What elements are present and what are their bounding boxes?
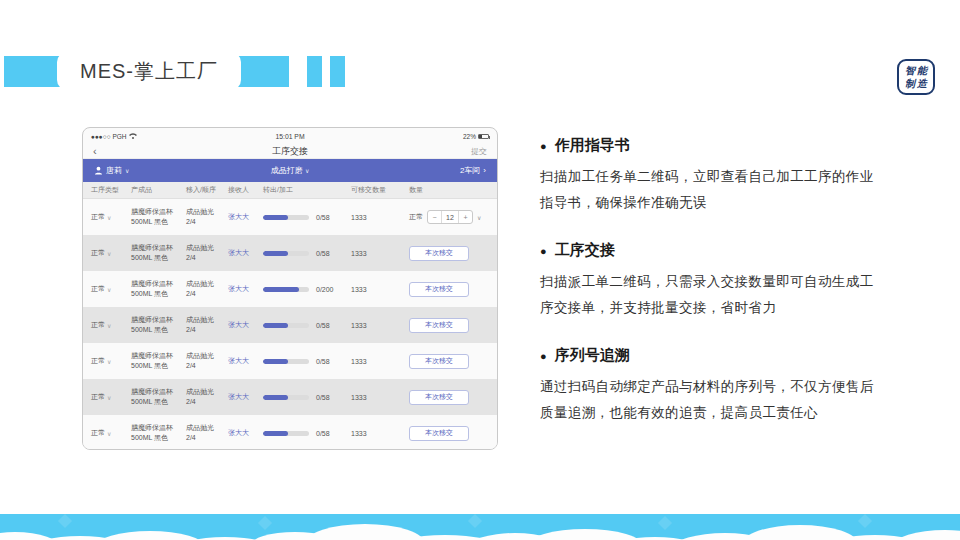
process-sequence: 2/4 [186, 325, 228, 335]
type-label: 正常 [91, 212, 105, 222]
transferable-qty: 1333 [351, 430, 409, 437]
product-spec: 500ML 黑色 [131, 397, 186, 407]
process-name: 成品打磨 [271, 166, 303, 175]
receiver-link[interactable]: 张大大 [228, 428, 263, 438]
transfer-button[interactable]: 本次移交 [409, 390, 469, 405]
receiver-link[interactable]: 张大大 [228, 248, 263, 258]
process-selector[interactable]: 成品打磨 ∨ [83, 165, 497, 176]
transfer-button[interactable]: 本次移交 [409, 246, 469, 261]
transfer-button[interactable]: 本次移交 [409, 282, 469, 297]
receiver-link[interactable]: 张大大 [228, 356, 263, 366]
type-selector[interactable]: 正常∨ [91, 392, 131, 402]
product-spec: 500ML 黑色 [131, 253, 186, 263]
quantity-stepper[interactable]: −12+ [427, 210, 473, 224]
section-heading-text: 工序交接 [555, 241, 615, 260]
process-cell: 成品抛光2/4 [186, 423, 228, 443]
quantity-cell: 本次移交 [409, 390, 497, 405]
transfer-button[interactable]: 本次移交 [409, 318, 469, 333]
progress-cell: 0/58 [263, 430, 351, 437]
product-spec: 500ML 黑色 [131, 325, 186, 335]
clouds-footer [0, 510, 960, 540]
user-selector[interactable]: 唐莉 ∨ [94, 165, 129, 176]
stamp-line2: 制造 [899, 77, 933, 90]
workshop-name: 2车间 [460, 165, 480, 176]
receiver-link[interactable]: 张大大 [228, 284, 263, 294]
chevron-down-icon: ∨ [107, 214, 111, 221]
chevron-down-icon: ∨ [305, 168, 309, 174]
table-row: 正常∨膳魔师保温杯500ML 黑色成品抛光2/4张大大0/581333本次移交 [83, 307, 497, 343]
battery-percent: 22% [463, 133, 476, 140]
progress-label: 0/200 [316, 286, 334, 293]
type-selector[interactable]: 正常∨ [91, 428, 131, 438]
column-header: 移入/顺序 [186, 185, 228, 195]
workshop-selector[interactable]: 2车间 › [460, 165, 486, 176]
table-header: 工序类型产成品移入/顺序接收人转出/加工可移交数量数量 [83, 182, 497, 199]
type-selector[interactable]: 正常∨ [91, 212, 131, 222]
quantity-cell: 本次移交 [409, 426, 497, 441]
stepper-minus-button[interactable]: − [428, 211, 441, 223]
status-label: 正常 [409, 212, 423, 222]
type-selector[interactable]: 正常∨ [91, 248, 131, 258]
stepper-value[interactable]: 12 [441, 211, 459, 223]
receiver-link[interactable]: 张大大 [228, 212, 263, 222]
product-spec: 500ML 黑色 [131, 433, 186, 443]
transferable-qty: 1333 [351, 286, 409, 293]
progress-label: 0/58 [316, 250, 330, 257]
slide-page: { "slide": { "title": "MES-掌上工厂", "bulle… [0, 0, 960, 540]
bullet-icon: ● [540, 245, 547, 257]
section-body: 扫描加工任务单二维码，立即查看自己加工工序的作业指导书，确保操作准确无误 [540, 164, 886, 216]
product-cell: 膳魔师保温杯500ML 黑色 [131, 351, 186, 371]
quantity-cell: 本次移交 [409, 354, 497, 369]
table-body: 正常∨膳魔师保温杯500ML 黑色成品抛光2/4张大大0/581333正常−12… [83, 199, 497, 450]
page-title: MES-掌上工厂 [57, 52, 241, 90]
progress-fill [263, 323, 288, 328]
section-heading: ●工序交接 [540, 241, 886, 260]
stepper-plus-button[interactable]: + [459, 211, 472, 223]
product-cell: 膳魔师保温杯500ML 黑色 [131, 279, 186, 299]
quantity-cell: 本次移交 [409, 318, 497, 333]
process-step: 成品抛光 [186, 315, 228, 325]
type-selector[interactable]: 正常∨ [91, 320, 131, 330]
transfer-button[interactable]: 本次移交 [409, 354, 469, 369]
column-header: 接收人 [228, 185, 263, 195]
transferable-qty: 1333 [351, 358, 409, 365]
column-header: 产成品 [131, 185, 186, 195]
type-label: 正常 [91, 356, 105, 366]
product-cell: 膳魔师保温杯500ML 黑色 [131, 315, 186, 335]
process-sequence: 2/4 [186, 433, 228, 443]
progress-cell: 0/200 [263, 286, 351, 293]
table-row: 正常∨膳魔师保温杯500ML 黑色成品抛光2/4张大大0/581333本次移交 [83, 235, 497, 271]
type-selector[interactable]: 正常∨ [91, 356, 131, 366]
type-label: 正常 [91, 392, 105, 402]
progress-label: 0/58 [316, 430, 330, 437]
process-step: 成品抛光 [186, 351, 228, 361]
type-selector[interactable]: 正常∨ [91, 284, 131, 294]
battery-group: 22% [463, 133, 489, 140]
row-expand-icon[interactable]: ∨ [477, 214, 481, 221]
process-sequence: 2/4 [186, 289, 228, 299]
progress-cell: 0/58 [263, 322, 351, 329]
transfer-button[interactable]: 本次移交 [409, 426, 469, 441]
process-cell: 成品抛光2/4 [186, 387, 228, 407]
section-heading: ●序列号追溯 [540, 346, 886, 365]
deco-bar-2 [330, 56, 345, 87]
quantity-cell: 本次移交 [409, 246, 497, 261]
progress-fill [263, 431, 288, 436]
progress-label: 0/58 [316, 322, 330, 329]
back-icon[interactable]: ‹ [93, 146, 97, 156]
receiver-link[interactable]: 张大大 [228, 320, 263, 330]
submit-button[interactable]: 提交 [471, 146, 487, 157]
process-step: 成品抛光 [186, 279, 228, 289]
column-header: 数量 [409, 185, 497, 195]
progress-track [263, 287, 309, 292]
section-body: 通过扫码自动绑定产品与材料的序列号，不仅方便售后质量追溯，也能有效的追责，提高员… [540, 374, 886, 426]
type-label: 正常 [91, 248, 105, 258]
transferable-qty: 1333 [351, 214, 409, 221]
progress-track [263, 323, 309, 328]
chevron-down-icon: ∨ [107, 250, 111, 257]
progress-track [263, 215, 309, 220]
progress-track [263, 359, 309, 364]
receiver-link[interactable]: 张大大 [228, 392, 263, 402]
chevron-down-icon: ∨ [107, 286, 111, 293]
nav-bar: ‹ 工序交接 提交 [83, 144, 497, 159]
